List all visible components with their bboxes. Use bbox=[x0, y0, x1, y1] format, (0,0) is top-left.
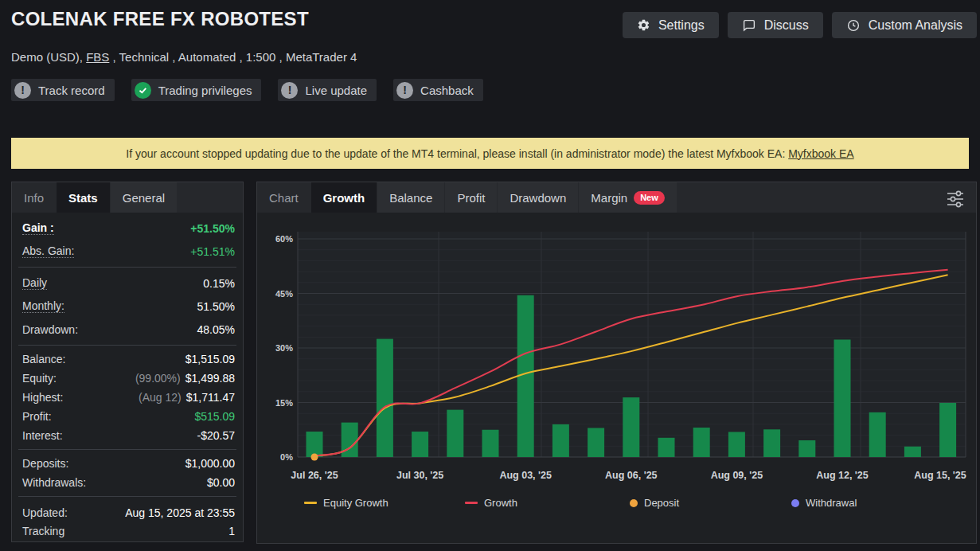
stat-value-note: (99.00%) bbox=[135, 372, 181, 385]
stat-value: +51.51% bbox=[190, 245, 235, 258]
svg-text:Aug 03, '25: Aug 03, '25 bbox=[499, 470, 552, 481]
tab-label: Drawdown bbox=[510, 191, 566, 205]
svg-text:0%: 0% bbox=[280, 452, 293, 462]
legend-label: Withdrawal bbox=[806, 497, 857, 509]
exclamation-icon: ! bbox=[14, 82, 31, 99]
legend-dot-swatch bbox=[630, 499, 638, 507]
verification-badges: !Track recordTrading privileges!Live upd… bbox=[11, 79, 969, 101]
daily-gain-bar bbox=[869, 412, 886, 457]
legend-equity-growth[interactable]: Equity Growth bbox=[304, 497, 388, 509]
header-buttons: SettingsDiscussCustom Analysis bbox=[623, 12, 977, 38]
legend-label: Deposit bbox=[644, 497, 679, 509]
daily-gain-bar bbox=[623, 397, 639, 457]
legend-growth[interactable]: Growth bbox=[465, 497, 517, 509]
myfxbook-ea-link[interactable]: Myfxbook EA bbox=[788, 147, 853, 160]
badge-label: Live update bbox=[305, 84, 367, 97]
legend-line-swatch bbox=[304, 502, 317, 504]
discuss-icon bbox=[742, 18, 756, 33]
tab-label: Margin bbox=[591, 191, 627, 205]
stat-label: Withdrawals: bbox=[22, 476, 86, 489]
stat-label: Abs. Gain: bbox=[22, 244, 74, 258]
daily-gain-bar bbox=[482, 430, 499, 457]
discuss-button[interactable]: Discuss bbox=[728, 12, 823, 38]
stat-label: Tracking bbox=[22, 525, 64, 537]
stat-row-equity: Equity:(99.00%)$1,499.88 bbox=[12, 369, 243, 388]
badge-live-update[interactable]: !Live update bbox=[278, 79, 377, 101]
stat-row-interest: Interest:-$20.57 bbox=[12, 426, 243, 445]
stat-value: $515.09 bbox=[194, 410, 235, 423]
stats-tab-general[interactable]: General bbox=[111, 182, 177, 213]
stat-row-daily: Daily0.15% bbox=[12, 272, 243, 295]
stats-group: Balance:$1,515.09Equity:(99.00%)$1,499.8… bbox=[12, 346, 243, 449]
chart-tab-growth[interactable]: Growth bbox=[311, 182, 377, 213]
stat-row-deposits: Deposits:$1,000.00 bbox=[12, 454, 243, 473]
badge-cashback[interactable]: !Cashback bbox=[393, 79, 483, 101]
stat-row-drawdown: Drawdown:48.05% bbox=[12, 318, 243, 341]
stats-panel: InfoStatsGeneral Gain :+51.50%Abs. Gain:… bbox=[11, 182, 244, 542]
daily-gain-bar bbox=[412, 432, 428, 457]
growth-chart-svg: 0%15%30%45%60%Jul 26, '25Jul 30, '25Aug … bbox=[257, 213, 976, 543]
stat-label: Highest: bbox=[22, 391, 63, 404]
stats-tab-stats[interactable]: Stats bbox=[57, 182, 110, 213]
legend-withdrawal[interactable]: Withdrawal bbox=[791, 497, 857, 509]
daily-gain-bar bbox=[447, 410, 463, 457]
daily-gain-bar bbox=[658, 438, 675, 457]
stat-value: $0.00 bbox=[207, 476, 235, 489]
chart-filter-icon[interactable] bbox=[946, 190, 965, 212]
chart-tab-margin[interactable]: MarginNew bbox=[579, 182, 676, 213]
daily-gain-bar bbox=[306, 432, 323, 457]
chart-tab-profit[interactable]: Profit bbox=[445, 182, 497, 213]
exclamation-icon: ! bbox=[396, 82, 413, 99]
stat-row-updated: Updated:Aug 15, 2025 at 23:55 bbox=[12, 503, 243, 522]
svg-text:Jul 30, '25: Jul 30, '25 bbox=[396, 470, 443, 481]
badge-track-record[interactable]: !Track record bbox=[11, 79, 115, 101]
page-header: COLENAK FREE FX ROBOTEST SettingsDiscuss… bbox=[0, 8, 980, 101]
check-icon bbox=[135, 82, 151, 99]
stat-label: Drawdown: bbox=[22, 323, 78, 336]
new-badge: New bbox=[634, 191, 665, 205]
button-label: Settings bbox=[658, 18, 705, 33]
custom-analysis-button[interactable]: Custom Analysis bbox=[832, 12, 977, 38]
stats-group: Gain :+51.50%Abs. Gain:+51.51% bbox=[12, 213, 243, 267]
stats-tabstrip: InfoStatsGeneral bbox=[12, 182, 243, 213]
badge-label: Trading privileges bbox=[158, 84, 252, 97]
tab-label: Profit bbox=[457, 191, 485, 205]
stat-row-highest: Highest:(Aug 12)$1,711.47 bbox=[12, 388, 243, 407]
account-subtitle: Demo (USD), FBS , Technical , Automated … bbox=[11, 50, 969, 64]
daily-gain-bar bbox=[798, 440, 815, 457]
daily-gain-bar bbox=[939, 403, 956, 457]
legend-deposit[interactable]: Deposit bbox=[630, 497, 679, 509]
tab-label: Chart bbox=[269, 191, 299, 205]
chart-tab-drawdown[interactable]: Drawdown bbox=[498, 182, 578, 213]
stats-table: Gain :+51.50%Abs. Gain:+51.51%Daily0.15%… bbox=[12, 213, 243, 544]
broker-link[interactable]: FBS bbox=[86, 50, 109, 64]
daily-gain-bar bbox=[552, 424, 569, 457]
daily-gain-bar bbox=[517, 295, 534, 457]
badge-label: Track record bbox=[38, 84, 105, 97]
daily-gain-bar bbox=[588, 428, 604, 457]
stat-value: (Aug 12)$1,711.47 bbox=[139, 391, 235, 404]
exclamation-icon: ! bbox=[281, 82, 298, 99]
stat-row-withdrawals: Withdrawals:$0.00 bbox=[12, 473, 243, 492]
badge-trading-privileges[interactable]: Trading privileges bbox=[131, 79, 262, 101]
stat-row-monthly: Monthly:51.50% bbox=[12, 295, 243, 318]
stat-value: (99.00%)$1,499.88 bbox=[135, 372, 235, 385]
button-label: Discuss bbox=[764, 18, 809, 33]
tab-label: Balance bbox=[389, 191, 432, 205]
stats-group: Deposits:$1,000.00Withdrawals:$0.00 bbox=[12, 450, 243, 496]
stat-label: Interest: bbox=[22, 429, 63, 442]
svg-text:Aug 09, '25: Aug 09, '25 bbox=[711, 470, 763, 481]
chart-tab-chart[interactable]: Chart bbox=[257, 182, 310, 213]
stat-label: Gain : bbox=[22, 221, 54, 235]
svg-text:45%: 45% bbox=[275, 289, 293, 299]
gear-icon bbox=[637, 18, 650, 32]
notice-banner: If your account stopped updating due to … bbox=[11, 138, 969, 169]
badge-label: Cashback bbox=[420, 84, 474, 97]
stats-tab-info[interactable]: Info bbox=[12, 182, 56, 213]
tab-label: Stats bbox=[68, 191, 98, 205]
legend-label: Growth bbox=[484, 497, 517, 509]
settings-button[interactable]: Settings bbox=[623, 12, 719, 38]
stats-group: Updated:Aug 15, 2025 at 23:55Tracking1 bbox=[12, 497, 243, 544]
chart-tab-balance[interactable]: Balance bbox=[377, 182, 444, 213]
stat-value: 0.15% bbox=[203, 277, 235, 290]
